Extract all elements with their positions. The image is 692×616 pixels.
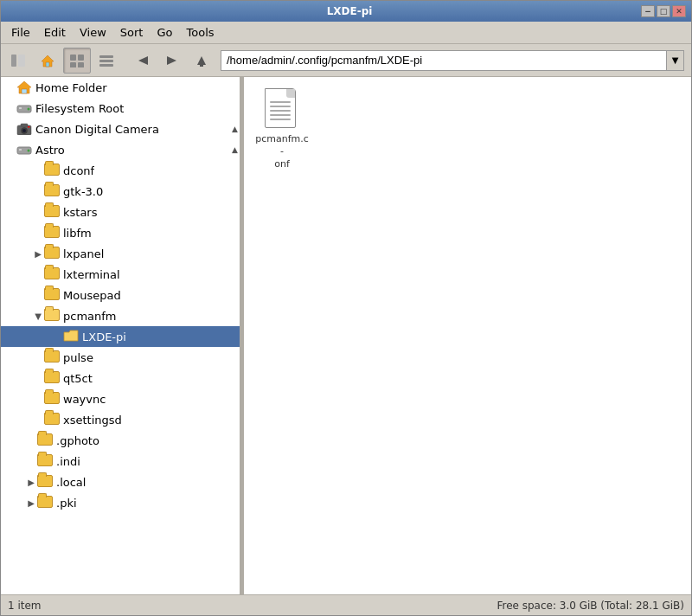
svg-rect-0 bbox=[11, 55, 16, 67]
sidebar-item-label: Canon Digital Camera bbox=[35, 123, 159, 136]
sidebar-item-label: qt5ct bbox=[63, 372, 93, 385]
list-view-icon bbox=[99, 54, 114, 67]
sidebar-item-home-folder[interactable]: Home Folder bbox=[1, 77, 240, 98]
folder-icon bbox=[37, 496, 53, 510]
camera-icon-svg bbox=[16, 123, 32, 135]
sidebar-item-xsettingsd[interactable]: xsettingsd bbox=[1, 409, 240, 430]
doc-icon-fold bbox=[286, 89, 295, 98]
home-folder-icon bbox=[16, 80, 32, 94]
address-input[interactable] bbox=[221, 50, 667, 71]
sidebar-item-label: libfm bbox=[63, 227, 92, 240]
expander-icon bbox=[4, 102, 16, 114]
minimize-button[interactable]: − bbox=[641, 5, 655, 17]
back-button[interactable] bbox=[129, 48, 157, 74]
menu-tools[interactable]: Tools bbox=[180, 23, 221, 42]
file-item-pcmanfm-conf[interactable]: pcmanfm.c-onf bbox=[251, 84, 313, 175]
expander-icon: ▶ bbox=[25, 497, 37, 509]
sidebar-item-dconf[interactable]: dconf bbox=[1, 160, 240, 181]
up-button[interactable] bbox=[188, 48, 215, 74]
doc-icon-lines bbox=[270, 101, 291, 123]
doc-line bbox=[270, 110, 291, 112]
sidebar-item-label: gtk-3.0 bbox=[63, 185, 103, 198]
icon-view-button[interactable] bbox=[63, 48, 91, 74]
scroll-up-arrow[interactable]: ▲ bbox=[232, 125, 240, 133]
expander-icon bbox=[25, 434, 37, 446]
folder-icon bbox=[44, 226, 60, 240]
svg-rect-5 bbox=[78, 55, 84, 61]
address-dropdown-button[interactable]: ▼ bbox=[667, 50, 684, 71]
document-icon bbox=[265, 88, 299, 130]
sidebar-item-label: lxterminal bbox=[63, 268, 120, 281]
sidebar-item-label: xsettingsd bbox=[63, 414, 122, 427]
sidebar-item-label: wayvnc bbox=[63, 393, 106, 406]
svg-marker-11 bbox=[138, 56, 148, 65]
expander-icon bbox=[32, 393, 44, 405]
sidebar-item-label: dconf bbox=[63, 164, 94, 177]
sidebar-item-gphoto[interactable]: .gphoto bbox=[1, 430, 240, 451]
sidebar-item-lxterminal[interactable]: lxterminal bbox=[1, 264, 240, 285]
svg-rect-21 bbox=[21, 124, 28, 126]
sidebar-item-pulse[interactable]: pulse bbox=[1, 347, 240, 368]
menu-edit[interactable]: Edit bbox=[37, 23, 73, 42]
menu-sort[interactable]: Sort bbox=[113, 23, 151, 42]
sidebar-item-indi[interactable]: .indi bbox=[1, 451, 240, 472]
menu-view[interactable]: View bbox=[73, 23, 113, 42]
menu-file[interactable]: File bbox=[4, 23, 37, 42]
sidebar-item-libfm[interactable]: libfm bbox=[1, 222, 240, 243]
sidebar-item-pcmanfm[interactable]: ▼ pcmanfm bbox=[1, 305, 240, 326]
file-tree: Home Folder Filesystem Root bbox=[1, 77, 240, 594]
forward-button[interactable] bbox=[158, 48, 186, 74]
sidebar-item-filesystem-root[interactable]: Filesystem Root bbox=[1, 98, 240, 119]
sidebar-item-kstars[interactable]: kstars bbox=[1, 202, 240, 222]
expander-icon bbox=[32, 268, 44, 280]
drive-icon-2 bbox=[16, 143, 32, 157]
sidebar-item-lxde-pi[interactable]: LXDE-pi bbox=[1, 326, 240, 347]
sidebar-item-wayvnc[interactable]: wayvnc bbox=[1, 388, 240, 409]
sidebar-item-label: Home Folder bbox=[35, 81, 107, 94]
folder-icon bbox=[44, 350, 60, 364]
expander-icon bbox=[51, 330, 63, 343]
folder-icon bbox=[44, 205, 60, 219]
svg-rect-3 bbox=[46, 62, 49, 67]
sidebar-item-label: kstars bbox=[63, 206, 97, 219]
sidebar-item-label: Mousepad bbox=[63, 289, 121, 302]
sidebar-item-qt5ct[interactable]: qt5ct bbox=[1, 368, 240, 388]
menu-go[interactable]: Go bbox=[150, 23, 179, 42]
sidebar-item-pki[interactable]: ▶ .pki bbox=[1, 492, 240, 513]
panel-toggle-button[interactable] bbox=[4, 48, 32, 74]
home-nav-button[interactable] bbox=[34, 48, 61, 74]
maximize-button[interactable]: □ bbox=[657, 5, 670, 17]
expander-icon: ▶ bbox=[32, 247, 44, 260]
expander-icon bbox=[25, 455, 37, 467]
folder-icon bbox=[44, 247, 60, 260]
astro-drive-icon bbox=[16, 143, 32, 157]
titlebar: LXDE-pi − □ ✕ bbox=[1, 1, 691, 22]
close-button[interactable]: ✕ bbox=[672, 5, 686, 17]
expander-icon bbox=[32, 185, 44, 197]
file-label: pcmanfm.c-onf bbox=[255, 133, 309, 170]
scroll-down-arrow[interactable]: ▲ bbox=[232, 145, 240, 154]
sidebar-item-astro[interactable]: Astro ▲ bbox=[1, 139, 240, 160]
sidebar-item-gtk-3-0[interactable]: gtk-3.0 bbox=[1, 181, 240, 202]
doc-line bbox=[270, 106, 291, 107]
expander-icon bbox=[32, 414, 44, 426]
svg-rect-7 bbox=[78, 62, 84, 67]
home-icon bbox=[40, 54, 55, 67]
folder-icon bbox=[44, 392, 60, 406]
sidebar-item-lxpanel[interactable]: ▶ lxpanel bbox=[1, 243, 240, 264]
statusbar: 1 item Free space: 3.0 GiB (Total: 28.1 … bbox=[1, 594, 691, 615]
sidebar-item-label: .local bbox=[56, 476, 86, 489]
sidebar-item-canon-camera[interactable]: Canon Digital Camera ▲ bbox=[1, 119, 240, 139]
folder-icon-selected bbox=[63, 330, 79, 343]
folder-icon bbox=[44, 413, 60, 427]
list-view-button[interactable] bbox=[93, 48, 120, 74]
expander-icon bbox=[32, 289, 44, 301]
sidebar-item-label: pcmanfm bbox=[63, 310, 117, 323]
sidebar-item-label: .pki bbox=[56, 497, 77, 510]
sidebar-item-mousepad[interactable]: Mousepad bbox=[1, 285, 240, 305]
sidebar-item-label: pulse bbox=[63, 351, 93, 364]
camera-icon bbox=[16, 122, 32, 136]
sidebar-item-local[interactable]: ▶ .local bbox=[1, 472, 240, 492]
svg-point-19 bbox=[28, 108, 30, 111]
folder-icon bbox=[44, 184, 60, 198]
